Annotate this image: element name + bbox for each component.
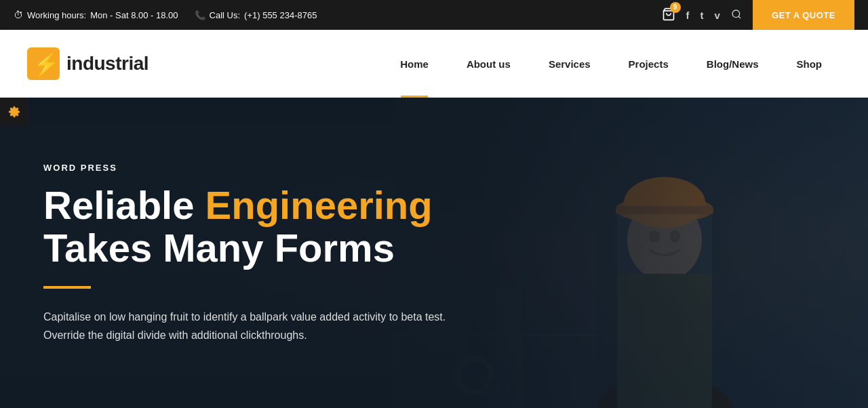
hero-title: Reliable Engineering Takes Many Forms (43, 184, 499, 270)
hero-section: WORD PRESS Reliable Engineering Takes Ma… (0, 98, 868, 408)
phone-icon: 📞 (195, 10, 205, 20)
cart-button[interactable]: 9 (662, 7, 675, 23)
hero-title-white: Reliable (43, 183, 194, 227)
facebook-icon[interactable]: f (686, 9, 690, 21)
header: ⚡ industrial Home About us Services Proj… (0, 30, 868, 98)
nav-item-services[interactable]: Services (530, 30, 610, 98)
phone-info: 📞 Call Us: (+1) 555 234-8765 (195, 10, 317, 20)
call-label: Call Us: (210, 10, 241, 20)
nav-item-blognews[interactable]: Blog/News (688, 30, 778, 98)
logo-text: industrial (66, 53, 149, 75)
clock-icon: ⏱ (14, 9, 23, 20)
gear-icon (8, 106, 20, 118)
hero-subtitle: WORD PRESS (43, 163, 499, 173)
top-bar: ⏱ Working hours: Mon - Sat 8.00 - 18.00 … (0, 0, 868, 30)
logo[interactable]: ⚡ industrial (27, 47, 149, 80)
search-icon[interactable] (731, 9, 742, 22)
hero-description: Capitalise on low hanging fruit to ident… (43, 308, 464, 344)
hero-content: WORD PRESS Reliable Engineering Takes Ma… (0, 98, 542, 408)
working-hours-label: Working hours: (27, 10, 86, 20)
hero-desc-line2: Override the digital divide with additio… (43, 329, 307, 341)
twitter-icon[interactable]: t (701, 9, 704, 21)
nav-item-projects[interactable]: Projects (610, 30, 688, 98)
svg-text:⚡: ⚡ (33, 52, 60, 77)
vimeo-icon[interactable]: v (715, 9, 720, 21)
nav-item-shop[interactable]: Shop (778, 30, 842, 98)
get-quote-button[interactable]: GET A QUOTE (753, 0, 854, 30)
hero-divider (43, 286, 91, 289)
svg-point-1 (732, 10, 740, 18)
working-hours-value: Mon - Sat 8.00 - 18.00 (90, 10, 178, 20)
settings-button[interactable] (0, 98, 28, 126)
hero-title-orange: Engineering (205, 183, 433, 227)
hero-title-line2: Takes Many Forms (43, 226, 395, 270)
phone-number: (+1) 555 234-8765 (244, 10, 317, 20)
nav-item-about[interactable]: About us (448, 30, 530, 98)
nav-item-home[interactable]: Home (381, 30, 448, 98)
working-hours: ⏱ Working hours: Mon - Sat 8.00 - 18.00 (14, 9, 178, 20)
top-bar-left: ⏱ Working hours: Mon - Sat 8.00 - 18.00 … (14, 9, 317, 20)
main-nav: Home About us Services Projects Blog/New… (381, 30, 841, 98)
top-bar-right: 9 f t v GET A QUOTE (662, 0, 854, 30)
cart-count: 9 (670, 2, 681, 13)
hero-desc-line1: Capitalise on low hanging fruit to ident… (43, 311, 446, 323)
logo-icon: ⚡ (27, 47, 60, 80)
